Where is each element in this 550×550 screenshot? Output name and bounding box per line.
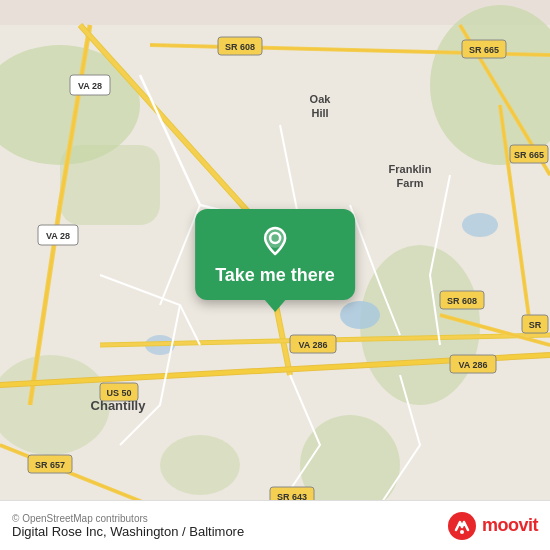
svg-text:SR 657: SR 657 (35, 460, 65, 470)
svg-text:VA 286: VA 286 (458, 360, 487, 370)
svg-text:SR 608: SR 608 (225, 42, 255, 52)
svg-point-3 (360, 245, 480, 405)
svg-text:VA 286: VA 286 (298, 340, 327, 350)
svg-text:Hill: Hill (311, 107, 328, 119)
svg-text:VA 28: VA 28 (78, 81, 102, 91)
svg-text:SR 665: SR 665 (514, 150, 544, 160)
popup[interactable]: Take me there (195, 209, 355, 300)
location-text: Digital Rose Inc, Washington / Baltimore (12, 524, 244, 539)
svg-point-10 (462, 213, 498, 237)
map-container: VA 28 VA 28 SR 608 SR 665 SR 665 SR 608 … (0, 0, 550, 550)
svg-text:Oak: Oak (310, 93, 332, 105)
popup-label: Take me there (215, 265, 335, 286)
svg-text:US 50: US 50 (106, 388, 131, 398)
svg-text:VA 28: VA 28 (46, 231, 70, 241)
copyright-text: © OpenStreetMap contributors (12, 513, 244, 524)
svg-text:SR 665: SR 665 (469, 45, 499, 55)
svg-text:Farm: Farm (397, 177, 424, 189)
moovit-icon (446, 510, 478, 542)
svg-point-43 (460, 530, 464, 534)
popup-bubble[interactable]: Take me there (195, 209, 355, 300)
location-pin-icon (257, 223, 293, 259)
svg-text:SR: SR (529, 320, 542, 330)
moovit-logo[interactable]: moovit (446, 510, 538, 542)
moovit-text: moovit (482, 515, 538, 536)
bottom-bar: © OpenStreetMap contributors Digital Ros… (0, 500, 550, 550)
svg-text:Chantilly: Chantilly (91, 398, 147, 413)
svg-rect-7 (60, 145, 160, 225)
svg-point-8 (340, 301, 380, 329)
svg-text:SR 608: SR 608 (447, 296, 477, 306)
svg-text:Franklin: Franklin (389, 163, 432, 175)
svg-point-6 (160, 435, 240, 495)
bottom-left: © OpenStreetMap contributors Digital Ros… (12, 513, 244, 539)
